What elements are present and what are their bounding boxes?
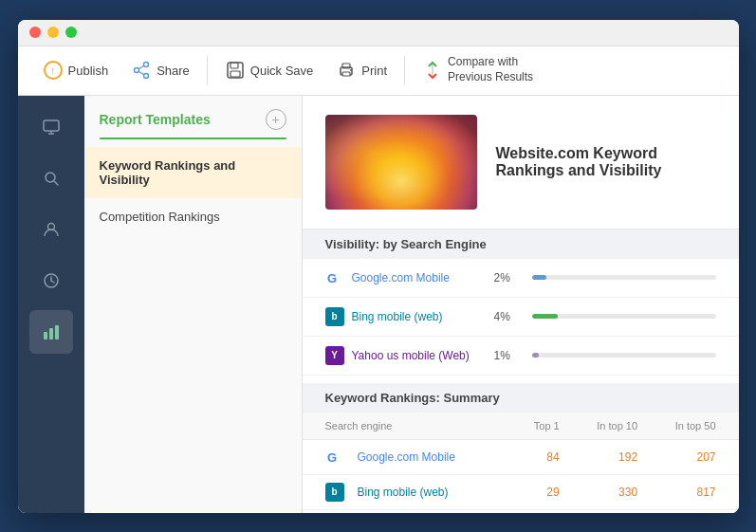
svg-point-1 bbox=[144, 74, 149, 79]
svg-point-11 bbox=[350, 69, 352, 71]
table-google-top10: 192 bbox=[560, 450, 637, 464]
svg-point-2 bbox=[135, 68, 139, 73]
visibility-section-header: Visibility: by Search Engine bbox=[303, 229, 739, 259]
col-header-top10: In top 10 bbox=[560, 420, 637, 431]
col-header-engine: Search engine bbox=[325, 420, 482, 431]
google-bar bbox=[532, 275, 547, 280]
publish-circle-icon: ↑ bbox=[44, 61, 63, 80]
panel-title-underline bbox=[100, 138, 286, 139]
toolbar-divider-1 bbox=[207, 56, 208, 84]
summary-section-header: Keyword Rankings: Summary bbox=[303, 383, 739, 413]
svg-line-17 bbox=[54, 181, 58, 185]
nav-item-keyword-rankings[interactable]: Keyword Rankings and Visibility bbox=[84, 147, 302, 198]
table-header: Search engine Top 1 In top 10 In top 50 bbox=[303, 413, 739, 440]
table-google-top1: 84 bbox=[481, 450, 559, 464]
svg-line-4 bbox=[138, 71, 144, 75]
svg-rect-13 bbox=[44, 120, 59, 131]
quicksave-button[interactable]: Quick Save bbox=[215, 54, 323, 86]
table-google-logo: G bbox=[325, 448, 344, 467]
yahoo-bar-container bbox=[532, 353, 716, 358]
col-header-top1: Top 1 bbox=[481, 420, 559, 431]
hero-image-inner bbox=[325, 115, 477, 210]
table-bing-name: Bing mobile (web) bbox=[358, 486, 449, 499]
print-label: Print bbox=[361, 64, 387, 78]
main-window: ↑ Publish Share bbox=[18, 20, 739, 513]
bing-engine-name: Bing mobile (web) bbox=[352, 310, 494, 323]
compare-icon bbox=[422, 60, 443, 81]
sidebar-item-user[interactable] bbox=[29, 208, 73, 251]
table-bing-logo: b bbox=[325, 483, 344, 502]
main-area: Report Templates + Keyword Rankings and … bbox=[18, 96, 739, 513]
content-panel: Website.com Keyword Rankings and Visibil… bbox=[303, 96, 739, 513]
left-panel: Report Templates + Keyword Rankings and … bbox=[84, 96, 303, 513]
share-label: Share bbox=[157, 64, 190, 78]
svg-rect-23 bbox=[49, 328, 53, 339]
bing-percent: 4% bbox=[494, 310, 532, 323]
nav-item-competition-rankings[interactable]: Competition Rankings bbox=[84, 198, 302, 235]
bing-bar bbox=[532, 314, 558, 319]
table-engine-google: G Google.com Mobile bbox=[325, 448, 482, 467]
panel-header: Report Templates + bbox=[84, 96, 302, 138]
bing-logo: b bbox=[325, 307, 344, 326]
svg-rect-24 bbox=[55, 325, 59, 339]
compare-button[interactable]: Compare with Previous Results bbox=[413, 49, 543, 90]
compare-sub-label: Previous Results bbox=[448, 70, 533, 85]
sidebar-item-search[interactable] bbox=[29, 156, 73, 200]
yahoo-bar bbox=[532, 353, 540, 358]
print-button[interactable]: Print bbox=[326, 54, 396, 86]
table-google-top50: 207 bbox=[637, 450, 715, 464]
maximize-button[interactable] bbox=[65, 27, 77, 38]
svg-line-3 bbox=[138, 65, 144, 69]
sidebar bbox=[18, 96, 84, 513]
visibility-row-yahoo: Y Yahoo us mobile (Web) 1% bbox=[303, 337, 739, 376]
google-bar-container bbox=[532, 275, 716, 280]
sidebar-item-chart[interactable] bbox=[29, 310, 73, 354]
table-bing-top1: 29 bbox=[481, 486, 559, 499]
svg-rect-6 bbox=[230, 63, 238, 68]
table-row-bing: b Bing mobile (web) 29 330 817 bbox=[303, 475, 739, 510]
table-bing-top10: 330 bbox=[560, 486, 637, 499]
hero-title: Website.com Keyword Rankings and Visibil… bbox=[496, 145, 716, 179]
quicksave-label: Quick Save bbox=[250, 64, 313, 78]
yahoo-percent: 1% bbox=[494, 349, 532, 362]
sidebar-item-clock[interactable] bbox=[29, 259, 73, 303]
bing-bar-container bbox=[532, 314, 716, 319]
svg-rect-22 bbox=[44, 332, 47, 339]
minimize-button[interactable] bbox=[47, 27, 59, 38]
toolbar: ↑ Publish Share bbox=[18, 46, 739, 96]
table-row-yahoo: Y Yahoo us mobile (Web) 31 98 119 bbox=[303, 510, 739, 513]
yahoo-logo: Y bbox=[325, 346, 344, 365]
table-row-google: G Google.com Mobile 84 192 207 bbox=[303, 440, 739, 475]
google-logo: G bbox=[325, 268, 344, 287]
svg-rect-7 bbox=[230, 71, 240, 77]
panel-title: Report Templates bbox=[100, 112, 211, 127]
visibility-row-google: G Google.com Mobile 2% bbox=[303, 259, 739, 298]
share-icon bbox=[131, 60, 152, 81]
add-template-button[interactable]: + bbox=[266, 109, 286, 130]
svg-point-0 bbox=[144, 63, 149, 67]
share-button[interactable]: Share bbox=[121, 54, 199, 86]
table-google-name: Google.com Mobile bbox=[358, 450, 455, 464]
google-engine-name: Google.com Mobile bbox=[352, 271, 494, 284]
svg-rect-10 bbox=[342, 72, 350, 76]
title-bar bbox=[18, 20, 739, 46]
hero-image bbox=[325, 115, 477, 210]
visibility-row-bing: b Bing mobile (web) 4% bbox=[303, 298, 739, 337]
publish-label: Publish bbox=[68, 64, 109, 78]
publish-icon: ↑ bbox=[43, 60, 64, 81]
svg-rect-5 bbox=[228, 63, 243, 78]
svg-line-21 bbox=[51, 281, 54, 283]
publish-button[interactable]: ↑ Publish bbox=[33, 54, 119, 86]
yahoo-engine-name: Yahoo us mobile (Web) bbox=[352, 349, 494, 362]
col-header-top50: In top 50 bbox=[637, 420, 715, 431]
svg-text:G: G bbox=[327, 450, 337, 465]
table-bing-top50: 817 bbox=[637, 486, 715, 499]
toolbar-divider-2 bbox=[404, 56, 405, 84]
hero-section: Website.com Keyword Rankings and Visibil… bbox=[303, 96, 739, 229]
google-percent: 2% bbox=[494, 271, 532, 284]
print-icon bbox=[336, 60, 357, 81]
close-button[interactable] bbox=[29, 27, 41, 38]
save-icon bbox=[225, 60, 246, 81]
sidebar-item-monitor[interactable] bbox=[29, 105, 73, 149]
compare-label: Compare with bbox=[448, 55, 518, 70]
